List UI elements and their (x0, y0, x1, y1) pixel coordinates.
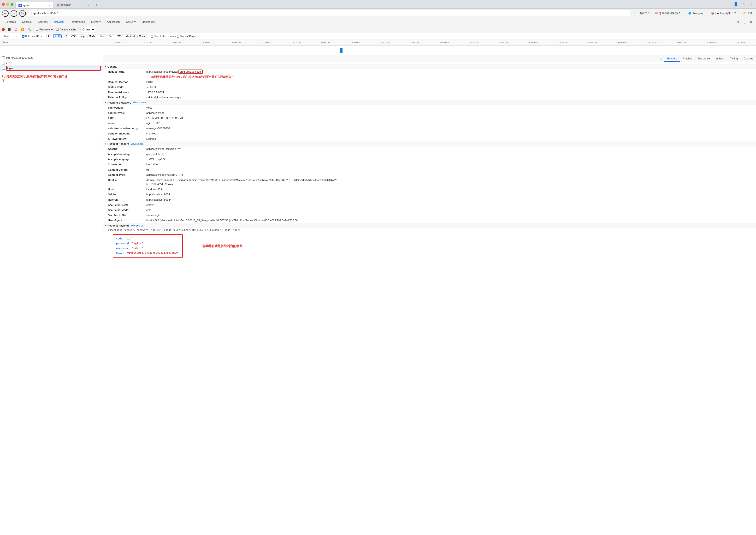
profile-icon[interactable]: 👤 (733, 1, 739, 7)
tab-close-icon[interactable]: ✕ (49, 4, 51, 7)
reload-button[interactable]: ↻ (19, 10, 26, 17)
filter-doc[interactable]: Doc (107, 34, 115, 38)
bookmark-wendang[interactable]: 📄 百度文库 (634, 11, 652, 15)
filter-ws[interactable]: WS (116, 34, 123, 38)
reqh-referer-value: http://localhost:8034/ (146, 198, 171, 202)
request-payload-header[interactable]: ▾ Request Payload view source (103, 223, 756, 228)
rh-date-name: date: (108, 116, 146, 120)
bookmark-mindmap[interactable]: 🧠 思维导图-在线脑图... (654, 11, 685, 15)
network-toolbar: ⬛ 🚫 🔽 🔍 Preserve log Disable cache Onlin… (0, 26, 756, 33)
devtools-tab-application[interactable]: Application (104, 19, 123, 25)
referrer-policy-label: Referrer Policy: (108, 96, 146, 100)
preserve-log-label[interactable]: Preserve log (36, 28, 54, 31)
online-select[interactable]: Online (80, 27, 95, 32)
minimize-button[interactable] (6, 3, 9, 6)
request-url-value[interactable]: http://localhost:8034/myapi/prod-api/aut… (146, 70, 203, 74)
blocked-requests-label[interactable]: Blocked Requests (177, 35, 199, 38)
tab-favicon-new (57, 4, 59, 7)
tab-newtab[interactable]: 新标签页 ✕ (54, 2, 92, 8)
tab-ryweb[interactable]: R ryweb ✕ (15, 2, 54, 8)
star-icon[interactable]: ☆ (741, 1, 746, 7)
devtools-tab-security[interactable]: Security (123, 19, 138, 25)
has-blocked-cookies-label[interactable]: Has blocked cookies (151, 35, 176, 38)
filter-input[interactable] (2, 34, 21, 39)
search-button[interactable]: 🔍 (27, 27, 32, 32)
devtools-settings: ⚙ ⋮ ✕ (735, 19, 754, 25)
has-blocked-cookies-checkbox[interactable] (151, 35, 153, 38)
disable-cache-checkbox[interactable] (56, 28, 59, 31)
preserve-log-checkbox[interactable] (36, 28, 38, 31)
devtools-tab-elements[interactable]: Elements (2, 19, 19, 25)
request-checkbox-code[interactable] (2, 62, 5, 65)
record-button[interactable] (2, 28, 5, 31)
address-input[interactable] (28, 10, 632, 17)
response-headers-header[interactable]: ▾ Response Headers view source (103, 100, 756, 105)
tab-close-new-icon[interactable]: ✕ (87, 4, 89, 7)
general-title: General (107, 65, 117, 68)
payload-view-source[interactable]: view source (131, 224, 143, 227)
blocked-requests-checkbox[interactable] (177, 35, 179, 38)
export-button[interactable]: ↓ (102, 27, 105, 32)
import-button[interactable]: ↑ (97, 27, 100, 32)
devtools-gear-icon[interactable]: ⚙ (735, 19, 741, 25)
devtools-tab-sources[interactable]: Sources (35, 19, 50, 25)
request-checkbox-login[interactable] (2, 67, 5, 70)
close-panel-icon[interactable]: ✕ (658, 57, 664, 60)
general-header[interactable]: ▾ General (103, 64, 756, 69)
devtools-tab-console[interactable]: Console (19, 19, 35, 25)
details-tab-preview[interactable]: Preview (680, 56, 695, 62)
details-tab-cookies[interactable]: Cookies (741, 56, 756, 62)
more-icon[interactable]: ⋮ (748, 1, 754, 7)
browser-toolbar-icons: 👤 ☆ ⋮ (733, 1, 754, 7)
devtools-close-icon[interactable]: ✕ (748, 19, 754, 25)
back-button[interactable]: ← (2, 10, 9, 17)
filter-media[interactable]: Media (87, 34, 97, 38)
bookmark-gongdan[interactable]: 📁 工单 (741, 11, 754, 15)
filter-all[interactable]: All (46, 34, 52, 38)
tick-4000: 4000 ms (133, 42, 162, 44)
bookmark-iconfont[interactable]: 📦 iconfont-阿里巴巴... (710, 11, 740, 15)
devtools-tab-lighthouse[interactable]: Lighthouse (139, 19, 158, 25)
details-tab-initiator[interactable]: Initiator (713, 56, 727, 62)
details-tab-timing[interactable]: Timing (727, 56, 741, 62)
tick-36000: 36000 ms (607, 42, 637, 44)
close-button[interactable] (2, 3, 5, 6)
filter-font[interactable]: Font (98, 34, 106, 38)
requests-list: 9、打开浏览器可以看到接口的详情 200 表示接口通了 info?t=16149… (0, 55, 103, 535)
request-row-login[interactable]: login (0, 66, 102, 71)
tick-18000: 18000 ms (340, 42, 370, 44)
toolbar-separator1 (34, 28, 34, 31)
devtools-more-icon[interactable]: ⋮ (741, 19, 747, 25)
request-checkbox-info[interactable] (2, 56, 5, 59)
maximize-button[interactable] (11, 3, 14, 6)
request-url-label: Request URL: (108, 70, 146, 74)
hide-data-urls-label[interactable]: Hide data URLs (22, 35, 42, 38)
hide-data-urls-checkbox[interactable] (22, 35, 24, 38)
tick-10000: 10000 ms (222, 42, 251, 44)
payload-box: code: "12" password: "agile" username: (113, 234, 183, 258)
stop-button[interactable]: ⬛ (7, 27, 12, 32)
filter-img[interactable]: Img (79, 34, 86, 38)
request-headers-view-source[interactable]: view source (131, 143, 144, 145)
filter-manifest[interactable]: Manifest (124, 34, 136, 38)
devtools-tab-performance[interactable]: Performance (67, 19, 88, 25)
clear-button[interactable]: 🚫 (14, 27, 18, 32)
details-tab-response[interactable]: Response (695, 56, 713, 62)
devtools-tab-memory[interactable]: Memory (88, 19, 103, 25)
request-headers-header[interactable]: ▾ Request Headers view source (103, 141, 756, 147)
request-headers-title: Request Headers (107, 142, 129, 145)
request-row-code[interactable]: code (0, 60, 102, 66)
disable-cache-label[interactable]: Disable cache (56, 28, 76, 31)
forward-button[interactable]: → (11, 10, 17, 17)
bookmark-swagger[interactable]: 🔷 Swagger UI (687, 11, 708, 15)
filter-other[interactable]: Other (137, 34, 147, 38)
filter-js[interactable]: JS (63, 34, 69, 38)
filter-toggle[interactable]: 🔽 (20, 27, 25, 32)
new-tab-button[interactable]: + (93, 2, 100, 8)
request-row-info[interactable]: info?t=1614932019620 (0, 55, 102, 60)
devtools-tab-network[interactable]: Network (51, 19, 67, 25)
response-headers-view-source[interactable]: view source (133, 101, 146, 104)
filter-xhr[interactable]: XHR (53, 34, 62, 38)
details-tab-headers[interactable]: Headers (664, 56, 680, 62)
filter-css[interactable]: CSS (70, 34, 78, 38)
